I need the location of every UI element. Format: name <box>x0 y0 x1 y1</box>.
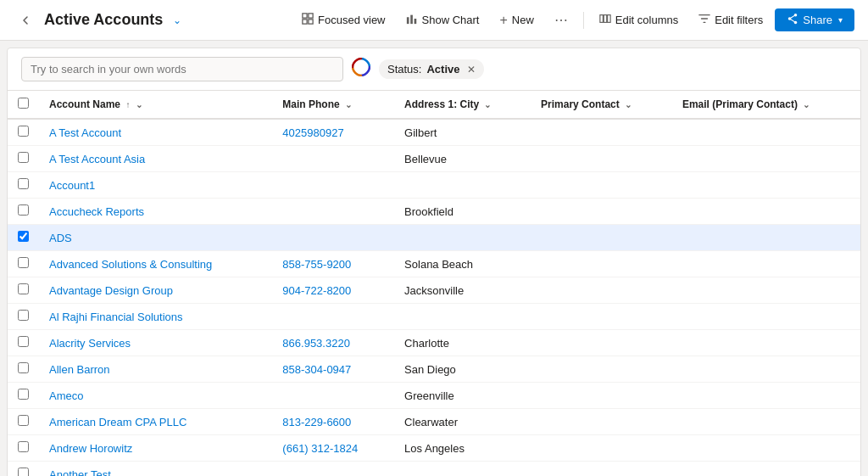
col-header-name[interactable]: Account Name ↑ ⌄ <box>39 91 272 119</box>
row-email <box>672 251 860 277</box>
account-name-link[interactable]: Ameco <box>49 389 83 402</box>
row-checkbox[interactable] <box>18 468 29 476</box>
row-checkbox[interactable] <box>18 126 29 137</box>
row-checkbox-cell[interactable] <box>8 225 39 251</box>
row-checkbox[interactable] <box>18 310 29 321</box>
row-phone <box>272 199 394 225</box>
phone-link[interactable]: 858-304-0947 <box>282 363 351 376</box>
account-name-link[interactable]: A Test Account <box>49 126 121 139</box>
more-options-button[interactable]: ⋯ <box>546 8 576 32</box>
row-email <box>672 409 860 435</box>
select-all-checkbox[interactable] <box>18 98 29 109</box>
row-account-name: Advantage Design Group <box>39 277 272 304</box>
account-name-link[interactable]: Andrew Horowitz <box>49 442 132 455</box>
account-name-link[interactable]: Account1 <box>49 179 95 192</box>
row-city <box>394 304 531 330</box>
row-checkbox[interactable] <box>18 441 29 452</box>
row-checkbox[interactable] <box>18 178 29 189</box>
row-checkbox[interactable] <box>18 389 29 400</box>
account-name-link[interactable]: Advantage Design Group <box>49 284 173 297</box>
row-checkbox[interactable] <box>18 415 29 426</box>
row-city: Los Angeles <box>394 435 531 462</box>
table-row: Al Rajhi Financial Solutions <box>8 304 860 330</box>
account-name-link[interactable]: Advanced Solutions & Consulting <box>49 258 212 271</box>
edit-filters-button[interactable]: Edit filters <box>690 8 771 31</box>
row-checkbox-cell[interactable] <box>8 304 39 330</box>
row-contact <box>531 251 672 277</box>
search-input[interactable] <box>21 57 343 81</box>
filter-contact-icon[interactable]: ⌄ <box>625 100 632 109</box>
row-checkbox[interactable] <box>18 204 29 216</box>
phone-link[interactable]: 866.953.3220 <box>282 337 350 350</box>
focused-view-button[interactable]: Focused view <box>293 8 393 31</box>
status-filter-close-icon[interactable]: ✕ <box>467 64 476 76</box>
row-checkbox[interactable] <box>18 152 29 163</box>
new-label: New <box>512 14 534 26</box>
row-checkbox-cell[interactable] <box>8 330 39 356</box>
account-name-link[interactable]: ADS <box>49 232 72 244</box>
phone-link[interactable]: 904-722-8200 <box>282 284 351 297</box>
row-contact <box>531 356 672 383</box>
row-contact <box>531 146 672 172</box>
row-contact <box>531 435 672 462</box>
row-checkbox[interactable] <box>18 336 29 347</box>
row-account-name: Ameco <box>39 383 272 409</box>
row-checkbox[interactable] <box>18 362 29 373</box>
filter-email-icon[interactable]: ⌄ <box>803 100 810 109</box>
col-header-email[interactable]: Email (Primary Contact) ⌄ <box>672 91 860 119</box>
row-checkbox-cell[interactable] <box>8 409 39 435</box>
col-header-city[interactable]: Address 1: City ⌄ <box>394 91 531 119</box>
account-name-link[interactable]: Allen Barron <box>49 363 110 376</box>
filter-phone-icon[interactable]: ⌄ <box>345 100 352 109</box>
svg-rect-0 <box>303 14 307 18</box>
account-name-link[interactable]: Al Rajhi Financial Solutions <box>49 311 183 323</box>
svg-rect-3 <box>309 20 313 24</box>
sort-name-icon: ↑ <box>125 100 130 109</box>
topbar-left: Active Accounts ⌄ <box>14 8 181 32</box>
row-checkbox-cell[interactable] <box>8 146 39 172</box>
table-row: Account1 <box>8 172 860 199</box>
phone-link[interactable]: 858-755-9200 <box>282 258 351 271</box>
col-phone-label: Main Phone <box>282 98 339 110</box>
row-checkbox-cell[interactable] <box>8 383 39 409</box>
row-checkbox-cell[interactable] <box>8 199 39 225</box>
edit-columns-icon <box>599 13 611 27</box>
row-email <box>672 277 860 304</box>
row-checkbox[interactable] <box>18 231 29 242</box>
row-checkbox-cell[interactable] <box>8 462 39 477</box>
toolbar-divider <box>583 12 584 29</box>
row-checkbox-cell[interactable] <box>8 277 39 304</box>
row-contact <box>531 172 672 199</box>
row-checkbox-cell[interactable] <box>8 119 39 146</box>
account-name-link[interactable]: Another Test <box>49 468 111 477</box>
account-name-link[interactable]: American Dream CPA PLLC <box>49 416 186 428</box>
row-checkbox[interactable] <box>18 257 29 268</box>
phone-link[interactable]: 4025980927 <box>282 126 343 139</box>
share-button[interactable]: Share ▾ <box>775 8 854 31</box>
account-name-link[interactable]: Accucheck Reports <box>49 205 144 218</box>
phone-link[interactable]: 813-229-6600 <box>282 416 351 428</box>
show-chart-button[interactable]: Show Chart <box>398 8 488 31</box>
select-all-header[interactable] <box>8 91 39 119</box>
account-name-link[interactable]: A Test Account Asia <box>49 153 145 165</box>
filter-name-icon[interactable]: ⌄ <box>136 100 142 109</box>
back-button[interactable] <box>14 8 37 32</box>
row-city: San Diego <box>394 356 531 383</box>
title-chevron-icon[interactable]: ⌄ <box>173 14 181 26</box>
row-checkbox-cell[interactable] <box>8 172 39 199</box>
row-checkbox[interactable] <box>18 283 29 294</box>
col-header-contact[interactable]: Primary Contact ⌄ <box>531 91 672 119</box>
phone-link[interactable]: (661) 312-1824 <box>282 442 358 455</box>
edit-columns-button[interactable]: Edit columns <box>591 8 687 31</box>
row-email <box>672 172 860 199</box>
row-email <box>672 462 860 477</box>
row-checkbox-cell[interactable] <box>8 435 39 462</box>
account-name-link[interactable]: Alacrity Services <box>49 337 131 350</box>
col-header-phone[interactable]: Main Phone ⌄ <box>272 91 394 119</box>
row-checkbox-cell[interactable] <box>8 251 39 277</box>
row-city: Greenville <box>394 383 531 409</box>
new-button[interactable]: + New <box>491 8 542 32</box>
row-city: Bellevue <box>394 146 531 172</box>
filter-city-icon[interactable]: ⌄ <box>484 100 491 109</box>
row-checkbox-cell[interactable] <box>8 356 39 383</box>
